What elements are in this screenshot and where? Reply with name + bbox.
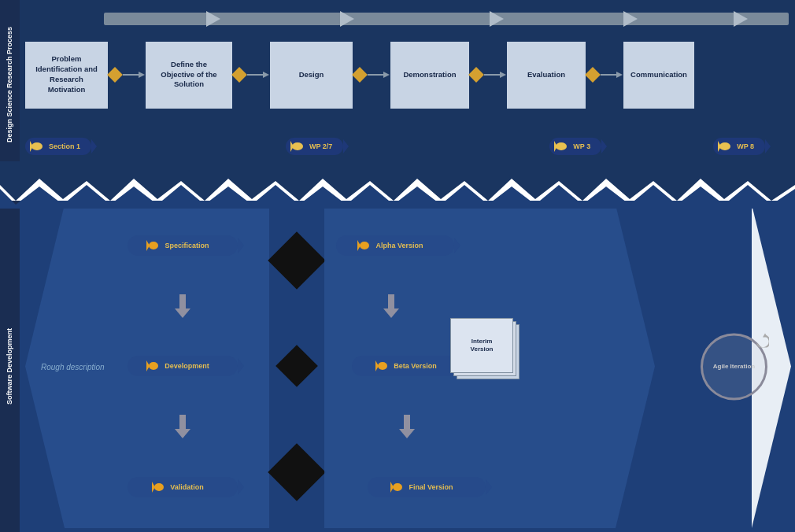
step-evaluation: Evaluation (507, 42, 586, 109)
svg-marker-29 (146, 240, 150, 251)
arrow-1 (123, 68, 145, 81)
diamond-3 (352, 67, 368, 83)
svg-marker-18 (30, 141, 33, 152)
specification-badge: Specification (128, 235, 238, 256)
diamond-mid-small (275, 345, 318, 388)
val-fish-icon (152, 482, 166, 493)
spec-label: Specification (165, 242, 209, 249)
agile-circle: Agile Iteration (701, 333, 767, 400)
alpha-fish-icon (357, 240, 372, 251)
step-communication: Communication (623, 42, 694, 109)
final-version-badge: Final Version (368, 477, 486, 497)
svg-marker-38 (375, 360, 379, 371)
separator-svg (0, 161, 795, 209)
wp1-fish-icon (30, 141, 46, 152)
step-objective: Define the Objective of the Solution (146, 42, 232, 109)
center-diamonds (265, 205, 328, 528)
step-demonstration: Demonstration (390, 42, 469, 109)
svg-point-39 (393, 483, 402, 491)
wp-3: WP 3 (549, 138, 601, 155)
steps-row: Problem Identification and Research Moti… (25, 31, 789, 118)
alpha-label: Alpha Version (375, 242, 423, 249)
step-comm-text: Communication (630, 70, 687, 80)
svg-marker-8 (139, 72, 145, 78)
svg-marker-14 (500, 72, 506, 78)
step-design: Design (270, 42, 353, 109)
svg-marker-25 (0, 161, 795, 201)
diamond-top (268, 231, 326, 290)
dev-content: Rough description Specification (25, 205, 791, 528)
svg-marker-33 (152, 482, 155, 493)
wp27-text: WP 2/7 (309, 142, 332, 150)
wp27-fish-icon (290, 141, 306, 152)
svg-marker-10 (263, 72, 269, 78)
svg-marker-16 (616, 72, 623, 78)
val-label: Validation (170, 483, 204, 491)
dev-label: Development (165, 362, 209, 370)
version-stack: InterimVersion (450, 318, 529, 397)
wp1-text: Section 1 (49, 142, 80, 150)
svg-point-32 (154, 483, 164, 491)
beta-label: Beta Version (394, 362, 437, 370)
svg-point-19 (292, 142, 303, 150)
svg-marker-31 (146, 360, 150, 371)
step-demo-text: Demonstration (403, 70, 456, 80)
left-steps: Specification Development (120, 216, 246, 516)
design-science-label: Design Science Research Process (0, 0, 20, 169)
arrow-beta-final (399, 415, 415, 438)
rough-description: Rough description (41, 362, 105, 371)
wp3-fish-icon (554, 141, 570, 152)
process-content: Problem Identification and Research Moti… (25, 6, 789, 164)
svg-point-23 (719, 142, 730, 150)
wp8-fish-icon (718, 141, 734, 152)
arrow-alpha-beta (383, 294, 399, 318)
dev-fish-icon (146, 360, 161, 371)
step-problem: Problem Identification and Research Moti… (25, 42, 108, 109)
wp-labels-row: Section 1 WP 2/7 (25, 128, 789, 164)
svg-point-35 (360, 242, 369, 249)
arrow-spec-dev (175, 294, 190, 318)
step-eval-text: Evaluation (527, 70, 565, 80)
wp-2-7: WP 2/7 (286, 138, 343, 155)
beta-fish-icon (375, 360, 390, 371)
step-design-text: Design (299, 70, 324, 80)
svg-point-17 (31, 142, 43, 150)
svg-marker-24 (718, 141, 721, 152)
svg-marker-12 (383, 72, 390, 78)
spec-fish-icon (146, 240, 161, 251)
validation-badge: Validation (128, 477, 238, 497)
arrow-5 (601, 68, 623, 81)
arrow-4 (484, 68, 506, 81)
step-problem-text: Problem Identification and Research Moti… (33, 54, 100, 94)
diamond-bottom (268, 443, 326, 501)
development-badge: Development (128, 356, 238, 376)
svg-marker-20 (290, 141, 294, 152)
software-dev-label: Software Development (0, 201, 20, 532)
diamond-2 (231, 67, 247, 83)
top-band: Design Science Research Process (0, 0, 795, 169)
svg-marker-36 (357, 240, 361, 251)
rough-desc-text: Rough description (41, 362, 105, 371)
svg-marker-40 (390, 482, 394, 493)
diamond-1 (107, 67, 123, 83)
final-fish-icon (390, 482, 405, 493)
wp8-text: WP 8 (737, 142, 754, 150)
svg-point-30 (149, 362, 158, 370)
wp-8: WP 8 (713, 138, 765, 155)
alpha-version-badge: Alpha Version (336, 235, 454, 256)
design-science-text: Design Science Research Process (6, 27, 15, 142)
wp-section1: Section 1 (25, 138, 91, 155)
agile-text: Agile Iteration (713, 362, 755, 370)
arrow-3 (368, 68, 390, 81)
svg-marker-22 (554, 141, 557, 152)
bottom-band: Software Development Rough description S… (0, 201, 795, 532)
svg-point-37 (378, 362, 387, 370)
step-objective-text: Define the Objective of the Solution (153, 60, 224, 90)
svg-point-28 (149, 242, 158, 249)
diamond-5 (585, 67, 601, 83)
svg-point-21 (556, 142, 567, 150)
final-label: Final Version (409, 483, 453, 491)
software-dev-text: Software Development (6, 328, 15, 405)
svg-marker-41 (763, 333, 767, 337)
arrow-dev-val (175, 415, 190, 438)
